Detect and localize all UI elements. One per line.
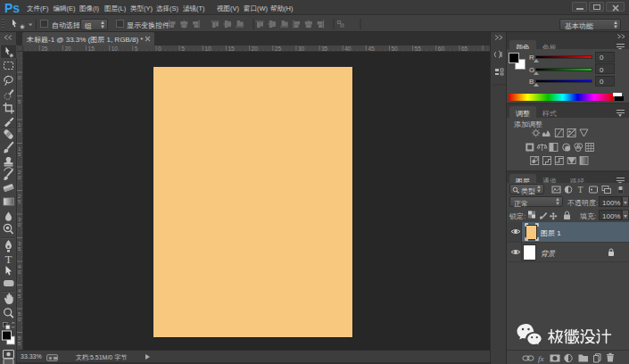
svg-text:15: 15 [88, 46, 95, 52]
svg-text:15: 15 [228, 46, 235, 52]
svg-text:fx: fx [538, 354, 544, 363]
svg-text:35: 35 [321, 46, 328, 52]
svg-text:65: 65 [461, 46, 468, 52]
svg-text:45: 45 [368, 46, 375, 52]
svg-text:30: 30 [298, 46, 305, 52]
svg-text:5: 5 [135, 46, 138, 52]
svg-text:25: 25 [275, 46, 282, 52]
svg-text:10: 10 [112, 46, 119, 52]
svg-text:0: 0 [158, 46, 161, 52]
svg-text:40: 40 [344, 46, 352, 52]
svg-text:10: 10 [204, 46, 211, 52]
svg-text:20: 20 [252, 46, 259, 52]
svg-text:T: T [577, 185, 583, 194]
svg-text:60: 60 [438, 46, 445, 52]
svg-text:5: 5 [181, 46, 185, 52]
svg-text:25: 25 [41, 46, 48, 52]
svg-text:55: 55 [415, 46, 422, 52]
svg-text:20: 20 [64, 46, 71, 52]
svg-text:T: T [5, 252, 12, 266]
svg-text:50: 50 [392, 46, 399, 52]
